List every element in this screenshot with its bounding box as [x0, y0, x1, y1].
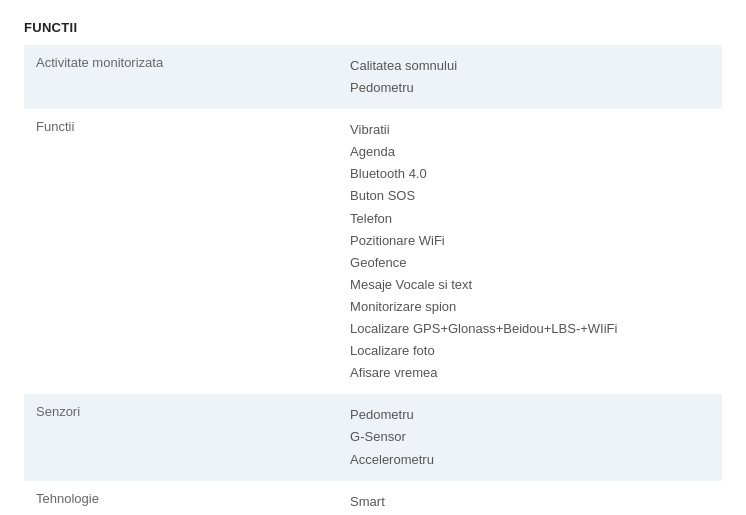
- table-row: SenzoriPedometruG-SensorAccelerometru: [24, 394, 722, 480]
- row-values: Calitatea somnuluiPedometru: [338, 45, 722, 109]
- row-label: Senzori: [24, 394, 338, 480]
- table-row: FunctiiVibratiiAgendaBluetooth 4.0Buton …: [24, 109, 722, 394]
- table-row: TehnologieSmart: [24, 481, 722, 515]
- row-values: Smart: [338, 481, 722, 515]
- row-values: VibratiiAgendaBluetooth 4.0Buton SOSTele…: [338, 109, 722, 394]
- section-title: FUNCTII: [24, 20, 722, 35]
- row-label: Tehnologie: [24, 481, 338, 515]
- row-label: Functii: [24, 109, 338, 394]
- row-label: Activitate monitorizata: [24, 45, 338, 109]
- spec-table: Activitate monitorizataCalitatea somnulu…: [24, 45, 722, 515]
- row-values: PedometruG-SensorAccelerometru: [338, 394, 722, 480]
- table-row: Activitate monitorizataCalitatea somnulu…: [24, 45, 722, 109]
